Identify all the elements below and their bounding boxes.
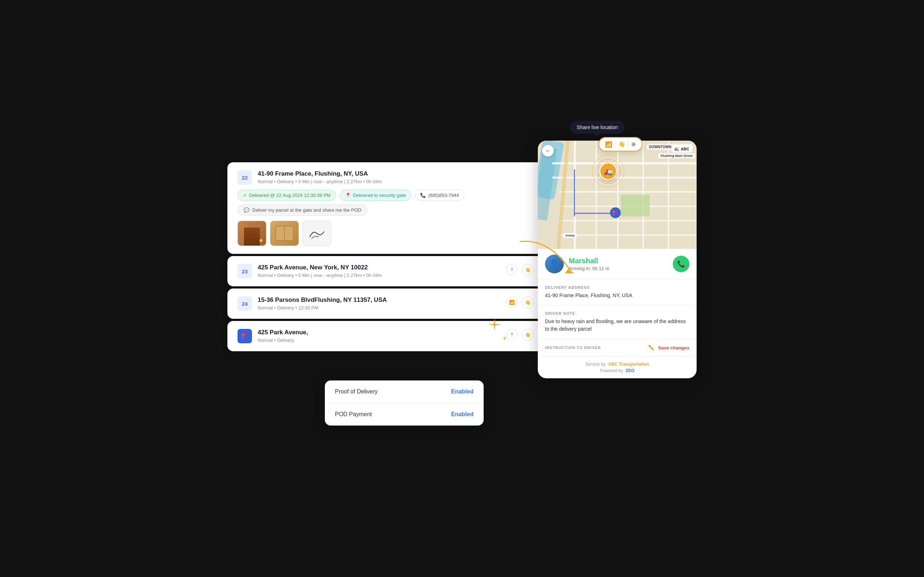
card-22-meta: Normal • Delivery • 5 Min | now - anytim… bbox=[258, 179, 549, 184]
driver-note-value: Due to heavy rain and flooding, we are u… bbox=[545, 318, 690, 333]
check-icon: ✓ bbox=[243, 193, 247, 198]
instruction-label: INSTRUCTION TO DRIVER bbox=[545, 345, 601, 350]
card-flag-address: 425 Park Avenue, bbox=[258, 329, 500, 336]
driver-avatar: 👤 bbox=[545, 255, 564, 273]
delivered-text: Delivered @ 22 Aug 2024 12:30:39 PM bbox=[249, 193, 331, 198]
card-23-meta: Normal • Delivery • 5 Min | now - anytim… bbox=[258, 272, 500, 278]
tooltip-text: Share live location bbox=[577, 124, 618, 130]
delivery-address-value: 41-90 Frame Place, Flushing, NY, USA bbox=[545, 292, 690, 299]
proof-image-1[interactable] bbox=[237, 221, 267, 246]
service-text: Service by ABC Transportation bbox=[545, 362, 690, 367]
delivery-card-flag: 🚩 425 Park Avenue, Normal • Delivery ⇡ 👋… bbox=[228, 321, 559, 351]
stop-number-24: 24 bbox=[237, 297, 252, 311]
truck-pulse-inner bbox=[596, 159, 621, 184]
road-h-5 bbox=[559, 220, 696, 221]
note-icon: 💬 bbox=[244, 207, 249, 213]
pod-status-2: Enabled bbox=[451, 411, 473, 417]
zeo-brand: ZEO bbox=[625, 368, 635, 373]
road-h-3 bbox=[559, 191, 696, 193]
driver-info-section: 👤 Marshall Arriving in: 0h 11 m 📞 bbox=[538, 249, 696, 279]
stop-number-flag: 🚩 bbox=[237, 329, 252, 343]
abc-logo: 🚛 ABC bbox=[671, 145, 692, 153]
driver-name: Marshall bbox=[569, 257, 609, 265]
pulse-icon[interactable]: 📶 bbox=[605, 141, 612, 148]
map-back-button[interactable]: ← bbox=[542, 145, 554, 156]
driver-eta: Arriving in: 0h 11 m bbox=[569, 266, 609, 271]
flag-destination-marker: 🚩 bbox=[610, 207, 621, 218]
phone-badge[interactable]: 📞 (885)853-7944 bbox=[415, 190, 464, 201]
card-22-header: 22 41-90 Frame Place, Flushing, NY, USA … bbox=[237, 170, 549, 185]
proof-images bbox=[237, 221, 549, 246]
delivery-card-24: 24 15-36 Parsons BlvdFlushing, NY 11357,… bbox=[228, 288, 559, 319]
driver-note-section: DRIVER NOTE Due to heavy rain and floodi… bbox=[538, 305, 696, 339]
card-24-address: 15-36 Parsons BlvdFlushing, NY 11357, US… bbox=[258, 297, 500, 304]
pulse-icon-24[interactable]: 📶 bbox=[506, 297, 518, 308]
card-22-info: 41-90 Frame Place, Flushing, NY, USA Nor… bbox=[258, 170, 549, 184]
delivery-note: 💬 Deliver my parcel at the gate and shar… bbox=[237, 205, 367, 216]
park-1 bbox=[621, 195, 650, 216]
instruction-actions: ✏️ Save changes bbox=[648, 345, 690, 351]
call-button[interactable]: 📞 bbox=[673, 256, 690, 272]
delivery-address-section: DELIVERY ADDRESS 41-90 Frame Place, Flus… bbox=[538, 279, 696, 305]
card-flag-info: 425 Park Avenue, Normal • Delivery bbox=[258, 329, 500, 343]
delivery-card-23: 23 425 Park Avenue, New York, NY 10022 N… bbox=[228, 256, 559, 286]
delivery-address-label: DELIVERY ADDRESS bbox=[545, 285, 690, 290]
footer-section: Service by ABC Transportation Powered by… bbox=[538, 357, 696, 378]
phone-icon: 📞 bbox=[420, 193, 426, 198]
proof-signature[interactable] bbox=[302, 221, 331, 246]
map-label-flushing: Flushing Main Street bbox=[658, 153, 695, 158]
location-icon[interactable]: ⊕ bbox=[631, 141, 636, 148]
location-badge: 📍 Delivered to security gate bbox=[340, 190, 412, 201]
divider bbox=[615, 141, 615, 148]
service-label: Service by bbox=[585, 362, 606, 367]
powered-by-text: Powered by ZEO bbox=[545, 368, 690, 373]
delivery-list: 22 41-90 Frame Place, Flushing, NY, USA … bbox=[228, 162, 559, 352]
driver-note-label: DRIVER NOTE bbox=[545, 311, 690, 316]
delivery-card-22: 22 41-90 Frame Place, Flushing, NY, USA … bbox=[228, 162, 559, 254]
map-section: 🚛 🚩 DOWNTOWN FLUSHING Flushing Main Stre… bbox=[538, 141, 696, 249]
pod-status-1: Enabled bbox=[451, 388, 473, 395]
live-location-cluster[interactable]: 📶 👋 ⊕ bbox=[598, 137, 643, 152]
cards-container: 22 41-90 Frame Place, Flushing, NY, USA … bbox=[228, 162, 559, 351]
road-v-2 bbox=[596, 141, 597, 249]
proof-image-2[interactable] bbox=[270, 221, 299, 246]
card-23-info: 425 Park Avenue, New York, NY 10022 Norm… bbox=[258, 264, 500, 278]
delivered-badge: ✓ Delivered @ 22 Aug 2024 12:30:39 PM bbox=[237, 190, 336, 201]
service-name: ABC Transportation bbox=[608, 362, 649, 367]
copy-icon-23[interactable]: 👋 bbox=[522, 264, 533, 276]
driver-panel: 🚛 🚩 DOWNTOWN FLUSHING Flushing Main Stre… bbox=[538, 141, 696, 378]
scene: Share live location 📶 👋 ⊕ 22 41-90 Frame… bbox=[228, 141, 696, 436]
location-text: Delivered to security gate bbox=[353, 193, 406, 198]
card-22-badges: ✓ Delivered @ 22 Aug 2024 12:30:39 PM 📍 … bbox=[237, 190, 549, 201]
edit-icon[interactable]: ✏️ bbox=[648, 345, 654, 351]
copy-icon-flag[interactable]: 👋 bbox=[522, 329, 533, 340]
truck-logo-icon: 🚛 bbox=[674, 147, 679, 151]
truck-marker-container: 🚛 bbox=[599, 162, 617, 180]
road-v-3 bbox=[617, 141, 619, 249]
card-23-header: 23 425 Park Avenue, New York, NY 10022 N… bbox=[237, 264, 549, 279]
driver-details: Marshall Arriving in: 0h 11 m bbox=[569, 257, 609, 271]
location-pin-icon: 📍 bbox=[345, 193, 351, 198]
card-flag-meta: Normal • Delivery bbox=[258, 338, 500, 343]
pod-popup: Proof of Delivery Enabled POD Payment En… bbox=[325, 380, 484, 425]
save-changes-link[interactable]: Save changes bbox=[658, 345, 690, 351]
share-live-location-tooltip: Share live location bbox=[570, 121, 624, 134]
card-22-address: 41-90 Frame Place, Flushing, NY, USA bbox=[258, 170, 549, 177]
share-icon-23[interactable]: ⇡ bbox=[506, 264, 518, 276]
card-24-meta: Normal • Delivery • 12:30 PM bbox=[258, 305, 500, 311]
powered-by-label: Powered by bbox=[600, 368, 623, 373]
card-23-address: 425 Park Avenue, New York, NY 10022 bbox=[258, 264, 500, 271]
pod-row-1: Proof of Delivery Enabled bbox=[325, 380, 484, 403]
map-background: 🚛 🚩 DOWNTOWN FLUSHING Flushing Main Stre… bbox=[538, 141, 696, 249]
note-text: Deliver my parcel at the gate and share … bbox=[252, 207, 361, 213]
card-flag-header: 🚩 425 Park Avenue, Normal • Delivery ⇡ 👋… bbox=[237, 329, 549, 343]
road-h-6 bbox=[559, 234, 696, 236]
divider2 bbox=[628, 141, 628, 148]
card-24-info: 15-36 Parsons BlvdFlushing, NY 11357, US… bbox=[258, 297, 500, 311]
copy-icon-24[interactable]: 👋 bbox=[522, 297, 533, 308]
stop-number-23: 23 bbox=[237, 264, 252, 279]
route-v bbox=[574, 169, 575, 216]
copy-icon[interactable]: 👋 bbox=[618, 141, 625, 148]
share-icon-flag[interactable]: ⇡ bbox=[506, 329, 518, 340]
map-label-arena: Arena bbox=[563, 233, 577, 238]
